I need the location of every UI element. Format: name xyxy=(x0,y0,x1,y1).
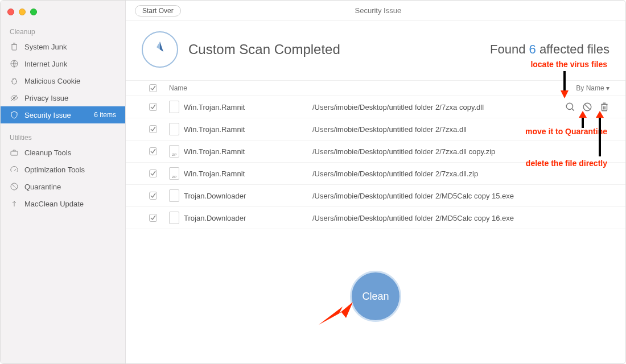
zoom-window-button[interactable] xyxy=(30,9,37,15)
minimize-window-button[interactable] xyxy=(19,9,26,15)
topbar: Start Over Security Issue xyxy=(126,1,625,21)
threat-name: Win.Trojan.Ramnit xyxy=(184,147,245,156)
sidebar-section-cleanup: Cleanup xyxy=(1,26,125,38)
window-controls xyxy=(1,5,125,26)
quarantine-icon xyxy=(10,182,19,191)
file-path: /Users/imobie/Desktop/untitled folder 2/… xyxy=(312,169,609,178)
sidebar-item-system-junk[interactable]: System Junk xyxy=(1,38,125,55)
threat-name: Win.Trojan.Ramnit xyxy=(184,103,245,111)
sidebar-item-privacy-issue[interactable]: Privacy Issue xyxy=(1,89,125,106)
found-prefix: Found xyxy=(490,42,529,56)
sidebar-item-label: Optimization Tools xyxy=(24,166,85,174)
compass-icon xyxy=(142,31,178,68)
file-icon xyxy=(169,189,179,202)
table-body: Win.Trojan.Ramnit /Users/imobie/Desktop/… xyxy=(126,96,625,229)
scan-title: Custom Scan Completed xyxy=(188,42,340,57)
sidebar-item-label: Quarantine xyxy=(24,183,61,191)
update-icon xyxy=(10,199,19,208)
start-over-button[interactable]: Start Over xyxy=(135,5,181,16)
found-suffix: affected files xyxy=(536,42,609,56)
table-row[interactable]: Win.Trojan.Ramnit /Users/imobie/Desktop/… xyxy=(126,163,625,185)
sidebar-item-internet-junk[interactable]: Internet Junk xyxy=(1,55,125,72)
clean-area: Clean xyxy=(126,229,625,363)
scan-header: Custom Scan Completed Found 6 affected f… xyxy=(126,21,625,80)
sidebar-section-utilities: Utilities xyxy=(1,131,125,144)
sidebar: Cleanup System Junk Internet Junk Malici… xyxy=(1,1,126,363)
delete-icon[interactable] xyxy=(599,102,609,112)
sidebar-item-label: Internet Junk xyxy=(24,60,67,68)
file-path: /Users/imobie/Desktop/untitled folder 2/… xyxy=(312,125,609,134)
close-window-button[interactable] xyxy=(7,9,14,15)
row-checkbox[interactable] xyxy=(149,147,157,155)
shield-icon xyxy=(10,110,19,119)
page-title: Security Issue xyxy=(190,6,566,15)
column-header-name: Name xyxy=(164,84,312,92)
svg-point-8 xyxy=(566,103,573,109)
sidebar-item-label: Privacy Issue xyxy=(24,94,68,102)
svg-rect-10 xyxy=(602,105,607,111)
sidebar-item-malicious-cookie[interactable]: Malicious Cookie xyxy=(1,72,125,89)
zip-file-icon xyxy=(169,145,179,158)
main-pane: Start Over Security Issue Custom Scan Co… xyxy=(126,1,625,363)
table-row[interactable]: Trojan.Downloader /Users/imobie/Desktop/… xyxy=(126,207,625,229)
found-summary: Found 6 affected files xyxy=(490,42,609,57)
globe-icon xyxy=(10,59,19,68)
svg-rect-4 xyxy=(11,151,18,155)
row-checkbox[interactable] xyxy=(149,125,157,133)
quarantine-icon[interactable] xyxy=(582,102,592,112)
table-row[interactable]: Trojan.Downloader /Users/imobie/Desktop/… xyxy=(126,185,625,207)
eye-off-icon xyxy=(10,93,19,102)
svg-marker-7 xyxy=(156,42,160,49)
sidebar-item-label: System Junk xyxy=(24,43,67,51)
sidebar-item-update[interactable]: MacClean Update xyxy=(1,195,125,212)
threat-name: Trojan.Downloader xyxy=(184,192,246,200)
zip-file-icon xyxy=(169,167,179,180)
bug-icon xyxy=(10,76,19,85)
file-path: /Users/imobie/Desktop/untitled folder 2/… xyxy=(312,214,609,222)
sidebar-item-quarantine[interactable]: Quarantine xyxy=(1,178,125,195)
file-icon xyxy=(169,212,179,224)
svg-marker-6 xyxy=(160,42,163,52)
threat-name: Win.Trojan.Ramnit xyxy=(184,125,245,134)
file-icon xyxy=(169,123,179,135)
select-all-checkbox[interactable] xyxy=(149,84,157,92)
table-row[interactable]: Win.Trojan.Ramnit /Users/imobie/Desktop/… xyxy=(126,96,625,118)
sidebar-item-optimization-tools[interactable]: Optimization Tools xyxy=(1,161,125,178)
locate-icon[interactable] xyxy=(565,102,575,112)
sidebar-item-label: Malicious Cookie xyxy=(24,77,80,85)
sidebar-item-label: MacClean Update xyxy=(24,200,84,208)
sort-by-name[interactable]: By Name ▾ xyxy=(558,84,609,92)
found-count: 6 xyxy=(529,42,536,56)
table-row[interactable]: Win.Trojan.Ramnit /Users/imobie/Desktop/… xyxy=(126,118,625,140)
sidebar-item-label: Cleanup Tools xyxy=(24,148,71,157)
row-checkbox[interactable] xyxy=(149,103,157,111)
trash-icon xyxy=(10,42,19,51)
file-path: /Users/imobie/Desktop/untitled folder 2/… xyxy=(312,147,609,156)
annotation-arrow-clean xyxy=(319,302,353,325)
sidebar-item-count: 6 items xyxy=(94,111,116,119)
clean-button[interactable]: Clean xyxy=(350,271,401,322)
sidebar-item-label: Security Issue xyxy=(24,111,71,119)
row-checkbox[interactable] xyxy=(149,214,157,222)
sidebar-item-security-issue[interactable]: Security Issue 6 items xyxy=(1,106,125,123)
svg-rect-0 xyxy=(12,44,17,50)
table-header: Name By Name ▾ xyxy=(126,80,625,96)
table-row[interactable]: Win.Trojan.Ramnit /Users/imobie/Desktop/… xyxy=(126,140,625,163)
file-path: /Users/imobie/Desktop/untitled folder 2/… xyxy=(312,192,609,200)
gauge-icon xyxy=(10,165,19,174)
threat-name: Trojan.Downloader xyxy=(184,214,246,222)
svg-marker-11 xyxy=(319,302,353,325)
threat-name: Win.Trojan.Ramnit xyxy=(184,169,245,178)
row-checkbox[interactable] xyxy=(149,192,157,200)
sidebar-item-cleanup-tools[interactable]: Cleanup Tools xyxy=(1,144,125,161)
row-checkbox[interactable] xyxy=(149,169,157,177)
file-icon xyxy=(169,101,179,113)
toolbox-icon xyxy=(10,148,19,157)
